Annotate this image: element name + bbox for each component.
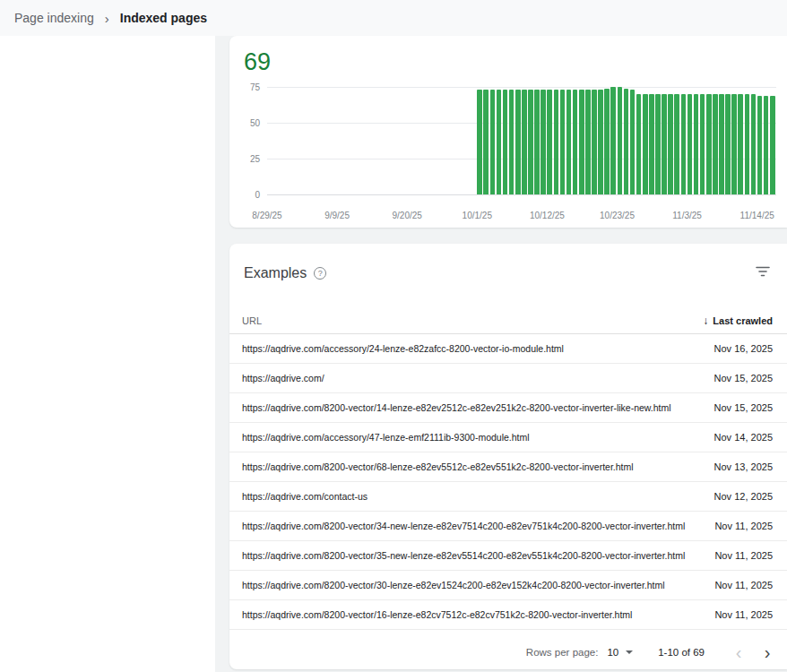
previous-page-button[interactable]: ‹ [724,638,753,667]
chart-bar[interactable] [604,89,610,194]
chart-bar[interactable] [694,94,699,194]
url-cell: https://aqdrive.com/contact-us [242,491,705,502]
chart-bar[interactable] [770,96,775,194]
last-crawled-cell: Nov 16, 2025 [714,343,773,354]
table-row[interactable]: https://aqdrive.com/8200-vector/34-new-l… [229,512,787,541]
chart-bar[interactable] [579,90,584,194]
help-icon[interactable]: ? [314,267,326,280]
x-axis-label: 10/12/25 [530,211,565,220]
last-crawled-cell: Nov 15, 2025 [714,373,773,383]
table-row[interactable]: https://aqdrive.com/8200-vector/30-lenze… [229,571,787,600]
table-row[interactable]: https://aqdrive.com/accessory/47-lenze-e… [229,423,787,452]
table-row[interactable]: https://aqdrive.com/8200-vector/16-lenze… [229,600,787,630]
examples-table-header: URL ↓ Last crawled [229,307,787,334]
y-axis-label: 75 [250,83,260,92]
chart-bar[interactable] [618,87,623,194]
chart-bar[interactable] [560,90,566,194]
column-header-last-crawled[interactable]: ↓ Last crawled [703,314,773,327]
url-cell: https://aqdrive.com/8200-vector/30-lenze… [242,580,705,590]
chart-bar[interactable] [649,94,654,194]
chart-bar[interactable] [554,90,559,194]
url-cell: https://aqdrive.com/accessory/24-lenze-e… [242,343,705,354]
x-axis-label: 11/3/25 [672,211,702,220]
last-crawled-cell: Nov 13, 2025 [714,461,773,472]
table-row[interactable]: https://aqdrive.com/8200-vector/35-new-l… [229,541,787,571]
chart-bar[interactable] [668,94,673,194]
table-row[interactable]: https://aqdrive.com/8200-vector/68-lenze… [229,452,787,482]
chart-bar[interactable] [566,90,572,194]
chart-bar[interactable] [573,90,578,194]
examples-title: Examples [244,265,307,281]
examples-table: URL ↓ Last crawled https://aqdrive.com/a… [229,307,787,630]
url-cell: https://aqdrive.com/ [242,373,705,383]
chart-bar[interactable] [745,94,750,194]
chart-bar[interactable] [515,90,521,194]
chart-bar[interactable] [738,94,743,194]
chart-bar[interactable] [643,94,648,194]
chart-bar[interactable] [490,90,496,194]
chart-bar[interactable] [483,90,489,194]
chart-bar[interactable] [713,94,718,194]
x-axis-label: 8/29/25 [252,211,281,220]
main-content: 69 0255075 8/29/259/9/259/20/2510/1/2510… [229,36,787,672]
chart-bar[interactable] [674,94,679,194]
table-row[interactable]: https://aqdrive.com/accessory/24-lenze-e… [229,334,787,364]
chart-bar[interactable] [719,94,724,194]
gridline [267,87,776,88]
chart-bar[interactable] [528,90,533,194]
table-row[interactable]: https://aqdrive.com/ Nov 15, 2025 [229,364,787,393]
pagination-range: 1-10 of 69 [658,647,705,658]
url-cell: https://aqdrive.com/8200-vector/34-new-l… [242,521,705,531]
chart-bar[interactable] [503,90,508,194]
chart-bar[interactable] [624,89,629,194]
last-crawled-cell: Nov 12, 2025 [714,491,773,502]
chart-bar[interactable] [662,94,667,194]
chart-x-axis: 8/29/259/9/259/20/2510/1/2510/12/2510/23… [267,202,776,224]
chart-bar[interactable] [497,90,502,194]
chart-bar[interactable] [655,94,661,194]
page-indexing-report: Page indexing › Indexed pages 69 0255075… [0,0,787,672]
chart-bar[interactable] [688,94,693,194]
chart-bar[interactable] [630,90,636,194]
column-header-url[interactable]: URL [242,315,262,326]
next-page-button[interactable]: › [753,638,782,667]
left-sidebar [0,36,215,672]
indexed-pages-chart: 0255075 8/29/259/9/259/20/2510/1/2510/12… [242,88,778,224]
chart-bar[interactable] [751,94,757,194]
last-crawled-cell: Nov 15, 2025 [714,402,773,413]
chart-bar[interactable] [681,94,687,194]
x-axis-label: 9/20/25 [393,211,422,220]
chart-bar[interactable] [522,90,527,194]
url-cell: https://aqdrive.com/accessory/47-lenze-e… [242,432,705,443]
chart-bar[interactable] [592,90,597,194]
table-row[interactable]: https://aqdrive.com/8200-vector/14-lenze… [229,393,787,423]
filter-icon[interactable] [753,262,773,284]
chart-bar[interactable] [757,96,763,194]
last-crawled-cell: Nov 11, 2025 [714,609,773,620]
examples-card: Examples ? URL ↓ Last crawled [229,244,787,669]
breadcrumb: Page indexing › Indexed pages [0,0,787,36]
chart-bar[interactable] [725,94,731,194]
chart-bar[interactable] [509,90,515,194]
last-crawled-cell: Nov 11, 2025 [714,521,773,531]
chart-bar[interactable] [700,94,705,194]
last-crawled-cell: Nov 14, 2025 [714,432,773,443]
chart-plot [267,88,776,195]
chart-bar[interactable] [764,96,769,194]
rows-per-page-select[interactable]: 10 [607,647,633,658]
chart-bar[interactable] [541,90,546,194]
chart-bar[interactable] [610,87,616,194]
rows-per-page-value: 10 [607,647,618,658]
breadcrumb-page-indexing[interactable]: Page indexing [14,11,94,25]
chart-bar[interactable] [706,94,712,194]
chart-bar[interactable] [731,94,737,194]
chart-bar[interactable] [598,90,603,194]
chart-bar[interactable] [534,90,540,194]
chart-bar[interactable] [477,90,482,194]
chart-bar[interactable] [547,90,552,194]
chart-bar[interactable] [585,90,591,194]
table-row[interactable]: https://aqdrive.com/contact-us Nov 12, 2… [229,482,787,512]
last-crawled-label: Last crawled [713,315,773,326]
examples-header: Examples ? [229,244,787,284]
chart-bar[interactable] [636,94,642,194]
